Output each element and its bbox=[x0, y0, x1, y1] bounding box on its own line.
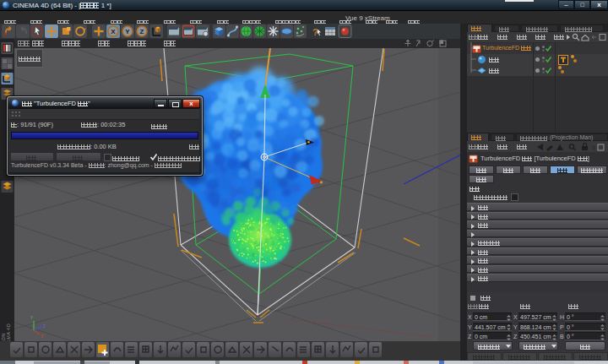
svg-text:Z: Z bbox=[43, 323, 46, 329]
svg-text:Y: Y bbox=[30, 315, 34, 320]
svg-text:X: X bbox=[41, 334, 44, 339]
svg-text:Z: Z bbox=[140, 28, 144, 35]
svg-text:8: 8 bbox=[592, 144, 595, 150]
svg-text:Y: Y bbox=[125, 28, 130, 35]
svg-text:X: X bbox=[111, 28, 116, 35]
